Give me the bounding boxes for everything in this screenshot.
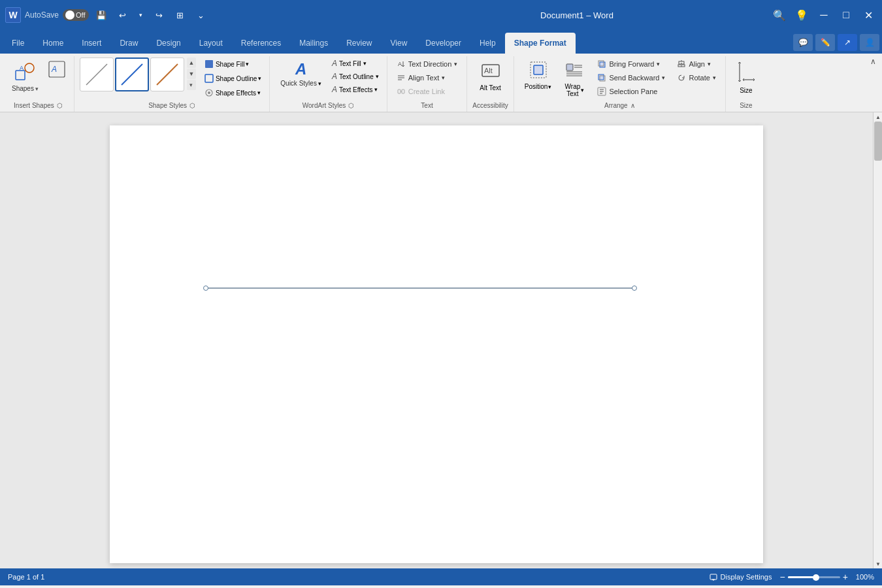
- align-button[interactable]: Align ▾: [673, 57, 719, 71]
- minimize-button[interactable]: ─: [815, 7, 832, 24]
- position-button[interactable]: Position ▾: [519, 57, 557, 93]
- tab-mailings[interactable]: Mailings: [290, 33, 337, 54]
- display-settings-button[interactable]: Display Settings: [709, 572, 772, 581]
- bring-forward-button[interactable]: Bring Forward ▾: [593, 57, 669, 71]
- display-settings-label: Display Settings: [721, 573, 772, 581]
- styles-scroll-up[interactable]: ▲: [187, 57, 196, 68]
- tab-references[interactable]: References: [232, 33, 290, 54]
- tab-help[interactable]: Help: [470, 33, 505, 54]
- shape-handle-right[interactable]: [632, 286, 637, 291]
- zoom-in-button[interactable]: +: [843, 572, 848, 582]
- alt-text-label: Alt Text: [480, 84, 501, 91]
- shape-effects-label: Shape Effects: [216, 90, 256, 97]
- svg-line-7: [157, 64, 178, 85]
- edit-shape-button[interactable]: A: [45, 57, 69, 83]
- create-link-icon: [397, 87, 406, 96]
- wrap-text-button[interactable]: WrapText ▾: [559, 57, 589, 100]
- tab-review[interactable]: Review: [337, 33, 381, 54]
- shape-styles-expand[interactable]: ⬡: [189, 102, 195, 109]
- rotate-button[interactable]: Rotate ▾: [673, 71, 719, 84]
- text-effects-button[interactable]: A Text Effects ▾: [329, 84, 382, 95]
- title-bar-right: 🔍 💡 ─ □ ✕: [771, 7, 877, 24]
- shapes-button[interactable]: A Shapes ▾: [8, 57, 42, 95]
- maximize-button[interactable]: □: [838, 7, 855, 24]
- customize-qs[interactable]: ⌄: [192, 7, 209, 24]
- tab-developer[interactable]: Developer: [416, 33, 470, 54]
- align-text-button[interactable]: Align Text ▾: [393, 71, 462, 84]
- ribbon-tabs: File Home Insert Draw Design Layout Refe…: [0, 30, 882, 54]
- create-link-button[interactable]: Create Link: [393, 85, 462, 98]
- scroll-up-button[interactable]: ▲: [874, 112, 882, 122]
- shape-handle-left[interactable]: [203, 286, 208, 291]
- shape-style-1[interactable]: [80, 57, 114, 91]
- wordart-styles-expand[interactable]: ⬡: [348, 102, 354, 109]
- shape-fill-arrow: ▾: [246, 61, 249, 67]
- tab-draw[interactable]: Draw: [110, 33, 147, 54]
- tab-view[interactable]: View: [382, 33, 417, 54]
- title-bar-left: W AutoSave Off 💾 ↩ ▾ ↪ ⊞ ⌄: [5, 7, 383, 24]
- scroll-track[interactable]: [874, 122, 882, 559]
- zoom-control[interactable]: − +: [779, 572, 847, 582]
- lightbulb-button[interactable]: 💡: [793, 7, 810, 24]
- shape-outline-button[interactable]: Shape Outline ▾: [201, 72, 264, 85]
- save-button[interactable]: 💾: [93, 7, 110, 24]
- tab-design[interactable]: Design: [147, 33, 189, 54]
- tab-insert[interactable]: Insert: [73, 33, 110, 54]
- text-direction-label: Text Direction: [408, 60, 452, 68]
- scroll-thumb[interactable]: [874, 122, 882, 161]
- close-button[interactable]: ✕: [860, 7, 877, 24]
- text-fill-button[interactable]: A Text Fill ▾: [329, 57, 382, 69]
- tab-file[interactable]: File: [3, 33, 33, 54]
- svg-rect-23: [534, 65, 543, 74]
- svg-line-6: [122, 64, 142, 85]
- undo-redo-group: ↩ ▾ ↪: [114, 7, 167, 24]
- styles-scroll-down[interactable]: ▼: [187, 69, 196, 79]
- text-outline-button[interactable]: A Text Outline ▾: [329, 71, 382, 82]
- alt-text-icon: Alt: [480, 60, 501, 83]
- shape-line[interactable]: [206, 287, 634, 289]
- quick-styles-arrow: ▾: [318, 80, 321, 87]
- selection-pane-button[interactable]: Selection Pane: [593, 85, 669, 98]
- arrange-content: Position ▾ WrapText: [519, 57, 720, 101]
- ribbon-collapse-button[interactable]: ∧: [866, 55, 879, 68]
- scrollbar-right: ▲ ▼: [873, 112, 882, 568]
- size-button[interactable]: Size: [731, 57, 761, 97]
- comments-button[interactable]: 💬: [793, 34, 813, 51]
- autosave-toggle[interactable]: Off: [63, 9, 89, 21]
- alt-text-button[interactable]: Alt Alt Text: [474, 57, 506, 94]
- scroll-down-button[interactable]: ▼: [874, 559, 882, 568]
- tab-layout[interactable]: Layout: [190, 33, 232, 54]
- zoom-bar[interactable]: [788, 576, 840, 578]
- size-group: Size Size: [726, 56, 766, 112]
- bring-forward-icon: [597, 59, 606, 69]
- shape-effects-icon: [204, 88, 214, 98]
- quick-styles-label: Quick Styles: [280, 80, 317, 87]
- undo-button[interactable]: ↩: [114, 7, 131, 24]
- search-button[interactable]: 🔍: [771, 7, 788, 24]
- status-bar: Page 1 of 1 Display Settings − + 100%: [0, 568, 882, 585]
- zoom-out-button[interactable]: −: [779, 572, 785, 582]
- arrange-expand[interactable]: ∧: [630, 102, 635, 109]
- shape-style-2[interactable]: [115, 57, 149, 91]
- shape-effects-button[interactable]: Shape Effects ▾: [201, 86, 264, 99]
- align-rotate-col: Align ▾ Rotate ▾: [673, 57, 719, 84]
- shapes-label: Shapes: [12, 85, 34, 92]
- send-backward-button[interactable]: Send Backward ▾: [593, 71, 669, 84]
- svg-rect-8: [205, 60, 213, 68]
- tab-home[interactable]: Home: [33, 33, 73, 54]
- share-button[interactable]: ↗: [838, 34, 857, 51]
- text-direction-button[interactable]: A Text Direction ▾: [393, 57, 462, 71]
- profile-button[interactable]: 👤: [860, 34, 879, 51]
- shape-style-3[interactable]: [150, 57, 184, 91]
- wordart-styles-group: A Quick Styles ▾ A Text Fill ▾ A Text Ou…: [270, 56, 387, 112]
- tab-shape-format[interactable]: Shape Format: [505, 33, 576, 54]
- table-button[interactable]: ⊞: [171, 7, 188, 24]
- redo-button[interactable]: ↪: [150, 7, 167, 24]
- shape-fill-button[interactable]: Shape Fill ▾: [201, 57, 264, 71]
- quick-styles-button[interactable]: A Quick Styles ▾: [275, 57, 327, 90]
- svg-text:Alt: Alt: [484, 67, 493, 74]
- edit-view-button[interactable]: ✏️: [815, 34, 835, 51]
- insert-shapes-expand[interactable]: ⬡: [57, 102, 63, 109]
- undo-dropdown[interactable]: ▾: [132, 7, 149, 24]
- styles-scroll-more[interactable]: ▾: [187, 80, 196, 90]
